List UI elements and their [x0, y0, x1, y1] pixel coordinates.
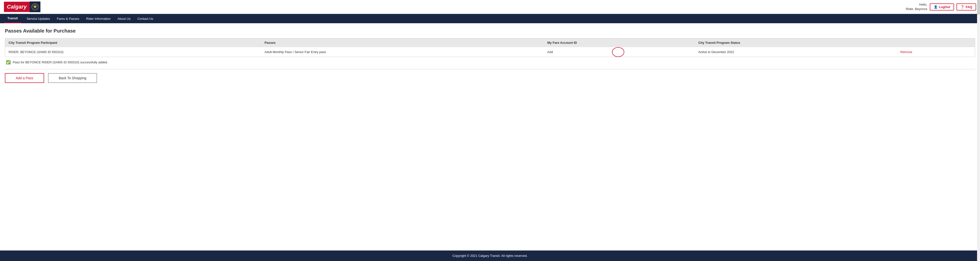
- calgary-logo: Calgary: [4, 2, 30, 12]
- nav-about-us[interactable]: About Us: [114, 14, 134, 23]
- faq-icon: ❓: [960, 5, 964, 9]
- page-title: Passes Available for Purchase: [5, 28, 975, 34]
- success-icon: ✅: [6, 60, 11, 65]
- success-text: Pass for BEYONCE RIDER (SAMS ID 550310) …: [13, 60, 108, 64]
- cell-fare-account add-btn-cell[interactable]: Add: [544, 47, 695, 57]
- col-header-status: City Transit Program Status: [695, 38, 897, 47]
- header-right: Hello, Rider, Beyonce 👤 LogOut ❓ FAQ: [906, 2, 976, 11]
- cell-passes: Adult Monthly Pass / Senior Fair Entry p…: [261, 47, 544, 57]
- add-pass-button[interactable]: Add a Pass: [5, 73, 44, 83]
- col-header-fare-account: My Fare Account ID: [544, 38, 695, 47]
- nav-service-updates[interactable]: Service Updates: [23, 14, 53, 23]
- crest-logo: [30, 2, 40, 12]
- remove-button[interactable]: Remove: [900, 50, 912, 54]
- table-row: RIDER, BEYONCE (SAMS ID 550310) Adult Mo…: [5, 47, 975, 57]
- success-message: ✅ Pass for BEYONCE RIDER (SAMS ID 550310…: [5, 57, 975, 68]
- add-circle-annotation: [612, 47, 624, 57]
- logout-button[interactable]: 👤 LogOut: [930, 3, 954, 11]
- action-buttons: Add a Pass Back To Shopping: [5, 73, 975, 88]
- passes-table: City Transit Program Participant Passes …: [5, 38, 975, 57]
- nav-links: Service Updates Fares & Passes Rider Inf…: [23, 14, 157, 23]
- nav-fares-passes[interactable]: Fares & Passes: [53, 14, 83, 23]
- faq-button[interactable]: ❓ FAQ: [956, 3, 976, 11]
- logo-area: Calgary: [4, 2, 40, 12]
- table-header-row: City Transit Program Participant Passes …: [5, 38, 975, 47]
- add-fare-account-button[interactable]: Add: [547, 50, 553, 54]
- col-header-passes: Passes: [261, 38, 544, 47]
- nav-rider-information[interactable]: Rider Information: [83, 14, 114, 23]
- scrollbar-track[interactable]: [977, 0, 980, 96]
- cell-participant: RIDER, BEYONCE (SAMS ID 550310): [5, 47, 261, 57]
- main-content: Passes Available for Purchase City Trans…: [0, 23, 980, 96]
- greeting-text: Hello, Rider, Beyonce: [906, 2, 928, 11]
- nav-contact-us[interactable]: Contact Us: [134, 14, 157, 23]
- cell-status: Active to December 2022: [695, 47, 897, 57]
- col-header-participant: City Transit Program Participant: [5, 38, 261, 47]
- back-to-shopping-button[interactable]: Back To Shopping: [48, 73, 97, 83]
- navigation: Transit Service Updates Fares & Passes R…: [0, 14, 980, 23]
- scrollbar-thumb[interactable]: [977, 0, 980, 15]
- transit-label: Transit: [4, 14, 21, 23]
- cell-remove[interactable]: Remove: [897, 47, 975, 57]
- logout-icon: 👤: [934, 5, 938, 9]
- col-header-action: [897, 38, 975, 47]
- header: Calgary Hello, Rider, Beyonce 👤 LogOut ❓…: [0, 0, 980, 14]
